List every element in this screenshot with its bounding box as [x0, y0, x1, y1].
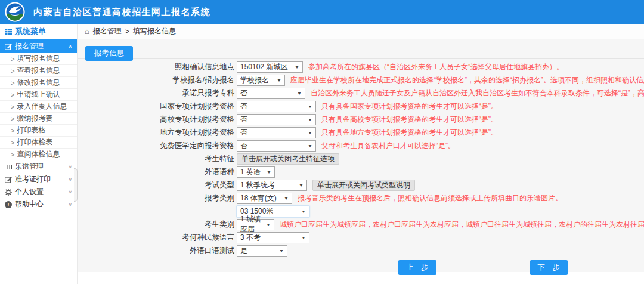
menu-grid-icon: [5, 28, 12, 35]
app-logo: [5, 2, 25, 22]
prev-step-button[interactable]: 上一步: [398, 260, 436, 275]
caret-down-icon: ▼: [267, 169, 271, 174]
local-special-plan-select[interactable]: 否 ▼: [237, 127, 316, 138]
sidebar: 系统菜单 报名管理 ∧ > 填写报名信息 > 查看报名信息 > 修改报名信息: [0, 24, 78, 284]
exam-type-toggle-button[interactable]: 单击展开或关闭考试类型说明: [312, 180, 415, 191]
sidebar-item-view-physical-info[interactable]: > 查阅体检信息: [0, 149, 77, 160]
breadcrumb-section[interactable]: 报名管理: [93, 26, 122, 36]
form-row: 考何种民族语言 3 不考 ▼: [78, 231, 644, 244]
candidate-category-select[interactable]: 1 城镇应届 ▼: [237, 219, 274, 230]
arrow-icon: >: [11, 91, 14, 98]
sidebar-item-view-registration-info[interactable]: > 查看报名信息: [0, 65, 77, 77]
field-label: 外语口语测试: [78, 246, 234, 256]
oral-language-test-select[interactable]: 是 ▼: [237, 245, 287, 257]
field-label: 考何种民族语言: [78, 233, 234, 243]
gear-icon: [5, 189, 12, 196]
form-row: 国家专项计划报考资格 否 ▼ 只有具备国家专项计划报考资格的考生才可以选择“是”…: [78, 100, 644, 113]
breadcrumb: ⌂ 报名管理 > 填写报名信息: [78, 24, 644, 39]
exam-type-select[interactable]: 1 秋季统考 ▼: [237, 180, 307, 191]
system-menu-label: 系统菜单: [15, 26, 46, 37]
promise-junior-college-only-select[interactable]: 否 ▼: [237, 88, 305, 99]
arrow-icon: >: [11, 115, 14, 122]
field-label: 国家专项计划报考资格: [78, 101, 234, 112]
sidebar-section-personal-settings[interactable]: 个人设置 ∨: [0, 186, 77, 198]
form-row: 照相确认信息地点 150102 新城区 ▼ 参加高考所在的旗县区（“自治区外来务…: [78, 60, 644, 73]
caret-down-icon: ▼: [266, 222, 271, 227]
form-row: 03 1500米 ▼: [78, 205, 644, 218]
form-row: 免费医学定向报考资格 否 ▼ 父母和考生具备农村户口才可以选择“是”。: [78, 139, 644, 152]
sidebar-section-registration[interactable]: 报名管理 ∧: [0, 39, 77, 53]
free-medical-directed-select[interactable]: 否 ▼: [237, 140, 316, 152]
ethnic-language-select[interactable]: 3 不考 ▼: [237, 232, 309, 243]
sidebar-section-ticket-print[interactable]: 准考证打印 ∨: [0, 173, 77, 186]
caret-down-icon: ▼: [297, 91, 302, 95]
field-label: 照相确认信息地点: [78, 62, 234, 72]
field-hint: 父母和考生具备农村户口才可以选择“是”。: [321, 141, 455, 151]
field-hint: 只有具备国家专项计划报考资格的考生才可以选择“是”。: [321, 101, 498, 112]
candidate-features-toggle-button[interactable]: 单击展开或关闭考生特征选项: [237, 153, 339, 165]
university-special-plan-select[interactable]: 否 ▼: [237, 114, 316, 125]
field-hint: 只有具备地方专项计划报考资格的考生才可以选择“是”。: [321, 128, 498, 138]
photo-confirm-location-select[interactable]: 150102 新城区 ▼: [237, 61, 303, 73]
arrow-icon: >: [11, 103, 14, 110]
chevron-down-icon: ∨: [68, 190, 72, 195]
app-header: 内蒙古自治区普通高校招生网上报名系统: [0, 0, 644, 24]
national-special-plan-select[interactable]: 否 ▼: [237, 101, 316, 112]
arrow-icon: >: [11, 67, 14, 75]
school-or-office-registration-select[interactable]: 学校报名 ▼: [237, 75, 285, 86]
foreign-language-select[interactable]: 1 英语 ▼: [237, 166, 275, 178]
field-hint: 只有具备高校专项计划报考资格的考生才可以选择“是”。: [321, 115, 498, 125]
sidebar-section-help-center[interactable]: ! 帮助中心 ∨: [0, 198, 77, 211]
caret-down-icon: ▼: [301, 235, 306, 240]
edit-icon: [5, 43, 12, 50]
sidebar-item-enter-accompanist-info[interactable]: > 录入伴奏人信息: [0, 101, 77, 113]
form-row: 考试类型 1 秋季统考 ▼ 单击展开或关闭考试类型说明: [78, 178, 644, 192]
chevron-down-icon: ∨: [68, 202, 72, 207]
form-row: 地方专项计划报考资格 否 ▼ 只有具备地方专项计划报考资格的考生才可以选择“是”…: [78, 126, 644, 139]
field-label: 考生特征: [78, 154, 234, 164]
caret-down-icon: ▼: [308, 104, 312, 109]
field-hint: 参加高考所在的旗县区（“自治区外来务工人员子女”选择父母居住地旗县招办）。: [308, 62, 564, 72]
apply-category-select[interactable]: 18 体育(文) ▼: [237, 193, 292, 204]
form-row: 外语语种 1 英语 ▼: [78, 165, 644, 178]
field-hint: 城镇户口应届生为城镇应届，农村户口应届生为农村应届，城镇户口往届生为城镇往届，农…: [280, 220, 644, 230]
sidebar-item-pay-exam-fee[interactable]: > 缴纳报考费: [0, 113, 77, 125]
sidebar-item-apply-online-confirm[interactable]: > 申请线上确认: [0, 89, 77, 101]
sidebar-item-modify-registration-info[interactable]: > 修改报名信息: [0, 77, 77, 89]
field-label: 承诺只报考专科: [78, 88, 234, 98]
main-panel: 报考信息 照相确认信息地点 150102 新城区 ▼ 参加高考所在的旗县区（“自…: [78, 39, 644, 272]
chevron-down-icon: ∨: [68, 177, 72, 182]
field-label: 考生类别: [78, 220, 234, 230]
caret-down-icon: ▼: [279, 248, 284, 253]
field-hint: 报考音乐类的考生在预报名后，照相确认信息前须选择或上传所填曲目的乐谱图片。: [298, 193, 562, 203]
app-title: 内蒙古自治区普通高校招生网上报名系统: [33, 7, 210, 18]
arrow-icon: >: [11, 79, 14, 87]
caret-down-icon: ▼: [295, 64, 299, 69]
next-step-button[interactable]: 下一步: [530, 260, 568, 275]
sidebar-item-fill-registration-info[interactable]: > 填写报名信息: [0, 53, 77, 65]
form-row: 考生类别 1 城镇应届 ▼ 城镇户口应届生为城镇应届，农村户口应届生为农村应届，…: [78, 218, 644, 231]
form-row: 高校专项计划报考资格 否 ▼ 只有具备高校专项计划报考资格的考生才可以选择“是”…: [78, 113, 644, 126]
arrow-icon: >: [11, 139, 14, 146]
sidebar-section-music-score[interactable]: 乐谱管理 ∨: [0, 160, 77, 173]
arrow-icon: >: [11, 127, 14, 134]
field-label: 地方专项计划报考资格: [78, 128, 234, 138]
caret-down-icon: ▼: [308, 130, 312, 135]
sidebar-item-print-physical-form[interactable]: > 打印体检表: [0, 137, 77, 149]
field-label: 高校专项计划报考资格: [78, 115, 234, 125]
chevron-down-icon: ∨: [68, 165, 72, 169]
breadcrumb-separator: >: [125, 27, 129, 36]
form-row: 报考类别 18 体育(文) ▼ 报考音乐类的考生在预报名后，照相确认信息前须选择…: [78, 192, 644, 205]
field-label: 学校报名/招办报名: [78, 75, 234, 85]
caret-down-icon: ▼: [301, 209, 306, 214]
registration-form: 照相确认信息地点 150102 新城区 ▼ 参加高考所在的旗县区（“自治区外来务…: [78, 58, 644, 275]
sidebar-item-print-forms[interactable]: > 打印表格: [0, 125, 77, 137]
sidebar-section-label: 报名管理: [15, 41, 65, 51]
info-icon: !: [5, 201, 12, 208]
breadcrumb-page: 填写报名信息: [133, 26, 176, 36]
edit-icon: [5, 176, 12, 183]
field-label: 报考类别: [78, 193, 234, 203]
tab-exam-info[interactable]: 报考信息: [85, 46, 133, 61]
caret-down-icon: ▼: [284, 196, 289, 200]
form-row: 承诺只报考专科 否 ▼ 自治区外来务工人员随迁子女及户籍从自治区外迁入我自治区考…: [78, 87, 644, 100]
